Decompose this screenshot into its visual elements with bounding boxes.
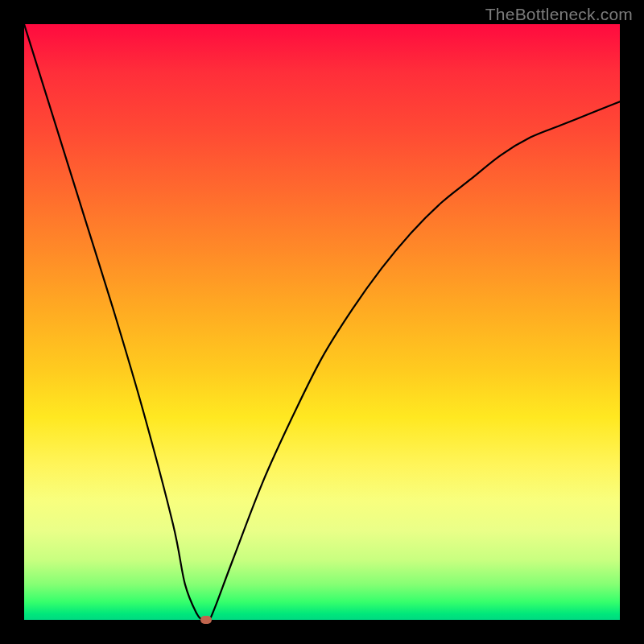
- bottleneck-curve: [24, 24, 620, 620]
- plot-area: [24, 24, 620, 620]
- optimal-point-marker: [200, 616, 212, 624]
- watermark-text: TheBottleneck.com: [485, 5, 633, 24]
- chart-frame: TheBottleneck.com: [0, 0, 644, 644]
- curve-svg: [24, 24, 620, 620]
